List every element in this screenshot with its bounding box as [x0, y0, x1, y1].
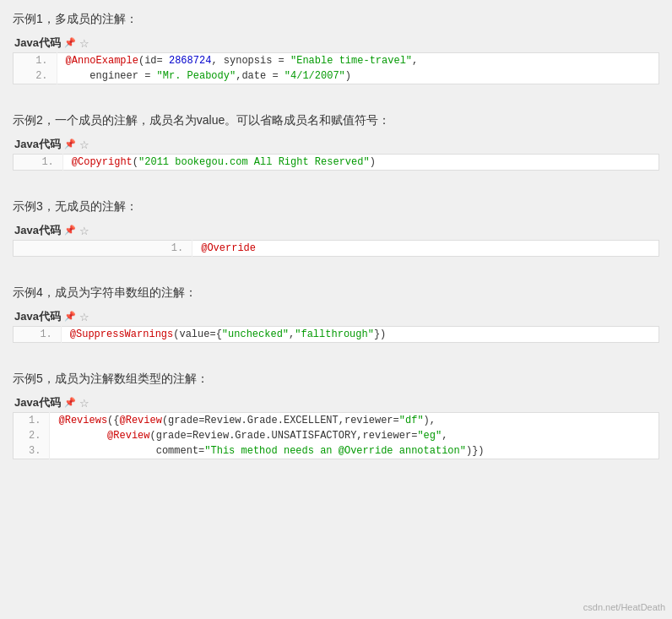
pin-icon[interactable]: 📌	[64, 225, 76, 236]
pin-icon[interactable]: 📌	[64, 138, 76, 150]
code-table-example2: 1.@Copyright("2011 bookegou.com All Righ…	[13, 154, 659, 171]
star-icon[interactable]: ☆	[79, 138, 91, 150]
table-row: 1.@AnnoExample(id= 2868724, synopsis = "…	[14, 53, 659, 69]
line-number: 2.	[14, 68, 57, 84]
section-title-example4: 示例4，成员为字符串数组的注解：	[13, 282, 659, 304]
section-example4: 示例4，成员为字符串数组的注解：Java代码📌☆1.@SuppressWarni…	[13, 282, 659, 343]
table-row: 3. comment="This method needs an @Overri…	[14, 443, 659, 459]
code-wrapper-example3: Java代码📌☆1.@Override	[13, 223, 659, 257]
line-number: 3.	[14, 443, 50, 459]
code-line: @Reviews({@Review(grade=Review.Grade.EXC…	[50, 413, 659, 429]
code-wrapper-example2: Java代码📌☆1.@Copyright("2011 bookegou.com …	[13, 137, 659, 171]
code-table-example3: 1.@Override	[13, 240, 659, 257]
code-line: comment="This method needs an @Override …	[50, 443, 659, 459]
code-wrapper-example5: Java代码📌☆1.@Reviews({@Review(grade=Review…	[13, 395, 659, 459]
pin-icon[interactable]: 📌	[64, 37, 76, 49]
star-icon[interactable]: ☆	[79, 225, 91, 236]
code-wrapper-example1: Java代码📌☆1.@AnnoExample(id= 2868724, syno…	[13, 35, 659, 84]
code-table-example4: 1.@SuppressWarnings(value={"unchecked","…	[13, 326, 659, 343]
code-label-example4: Java代码	[14, 309, 61, 324]
section-title-example3: 示例3，无成员的注解：	[13, 196, 659, 218]
table-row: 1.@SuppressWarnings(value={"unchecked","…	[14, 327, 659, 343]
star-icon[interactable]: ☆	[79, 37, 91, 49]
code-header-example2: Java代码📌☆	[13, 137, 659, 152]
code-line: @Override	[192, 241, 659, 257]
pin-icon[interactable]: 📌	[64, 311, 76, 323]
section-title-example1: 示例1，多成员的注解：	[13, 8, 659, 30]
line-number: 1.	[14, 413, 50, 429]
code-line: @AnnoExample(id= 2868724, synopsis = "En…	[57, 53, 658, 69]
pin-icon[interactable]: 📌	[64, 397, 76, 409]
line-number: 1.	[14, 155, 63, 171]
section-example3: 示例3，无成员的注解：Java代码📌☆1.@Override	[13, 196, 659, 257]
code-header-example1: Java代码📌☆	[13, 35, 659, 51]
section-example2: 示例2，一个成员的注解，成员名为value。可以省略成员名和赋值符号：Java代…	[13, 110, 659, 171]
section-title-example2: 示例2，一个成员的注解，成员名为value。可以省略成员名和赋值符号：	[13, 110, 659, 132]
code-table-example1: 1.@AnnoExample(id= 2868724, synopsis = "…	[13, 52, 659, 84]
line-number: 1.	[14, 241, 192, 257]
code-label-example5: Java代码	[14, 395, 61, 410]
code-line: engineer = "Mr. Peabody",date = "4/1/200…	[57, 68, 658, 84]
code-line: @Review(grade=Review.Grade.UNSATISFACTOR…	[50, 428, 659, 443]
star-icon[interactable]: ☆	[79, 311, 91, 323]
line-number: 2.	[14, 428, 50, 443]
code-line: @Copyright("2011 bookegou.com All Right …	[62, 155, 658, 171]
line-number: 1.	[14, 327, 62, 343]
table-row: 2. engineer = "Mr. Peabody",date = "4/1/…	[14, 68, 659, 84]
section-example1: 示例1，多成员的注解：Java代码📌☆1.@AnnoExample(id= 28…	[13, 8, 659, 84]
table-row: 2. @Review(grade=Review.Grade.UNSATISFAC…	[14, 428, 659, 443]
section-title-example5: 示例5，成员为注解数组类型的注解：	[13, 368, 659, 390]
code-header-example4: Java代码📌☆	[13, 309, 659, 324]
code-label-example3: Java代码	[14, 223, 61, 238]
code-line: @SuppressWarnings(value={"unchecked","fa…	[61, 327, 658, 343]
table-row: 1.@Override	[14, 241, 659, 257]
code-wrapper-example4: Java代码📌☆1.@SuppressWarnings(value={"unch…	[13, 309, 659, 343]
code-header-example5: Java代码📌☆	[13, 395, 659, 410]
code-header-example3: Java代码📌☆	[13, 223, 659, 238]
section-example5: 示例5，成员为注解数组类型的注解：Java代码📌☆1.@Reviews({@Re…	[13, 368, 659, 459]
line-number: 1.	[14, 53, 57, 69]
code-label-example1: Java代码	[14, 35, 61, 51]
table-row: 1.@Reviews({@Review(grade=Review.Grade.E…	[14, 413, 659, 429]
code-label-example2: Java代码	[14, 137, 61, 152]
main-content: 示例1，多成员的注解：Java代码📌☆1.@AnnoExample(id= 28…	[13, 8, 659, 459]
table-row: 1.@Copyright("2011 bookegou.com All Righ…	[14, 155, 659, 171]
star-icon[interactable]: ☆	[79, 397, 91, 409]
code-table-example5: 1.@Reviews({@Review(grade=Review.Grade.E…	[13, 412, 659, 459]
